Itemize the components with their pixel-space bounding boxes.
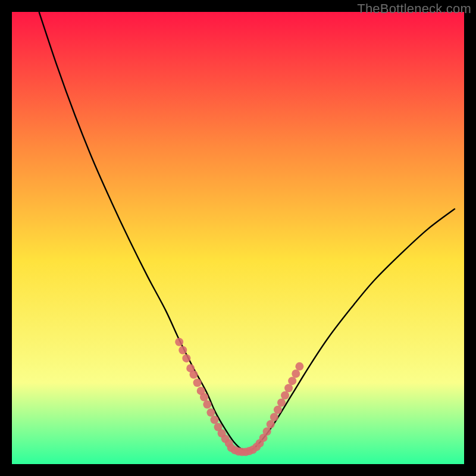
data-point	[203, 400, 211, 409]
watermark: TheBottleneck.com	[357, 1, 471, 17]
data-point	[190, 371, 198, 379]
data-point	[292, 369, 300, 378]
data-point	[206, 408, 215, 416]
chart-frame	[12, 12, 464, 464]
data-point	[200, 393, 208, 402]
data-point	[267, 420, 275, 428]
data-point	[270, 413, 278, 421]
chart-svg	[12, 12, 464, 464]
data-point	[182, 354, 190, 362]
data-point	[277, 399, 286, 407]
data-point	[193, 378, 202, 387]
data-point	[288, 377, 296, 385]
data-point	[175, 338, 183, 346]
data-point	[274, 406, 282, 414]
data-point	[178, 346, 187, 354]
data-point	[284, 384, 293, 392]
data-point	[263, 427, 271, 436]
data-point	[295, 362, 303, 371]
data-point	[281, 391, 289, 399]
data-point	[210, 416, 218, 424]
gradient-background	[12, 12, 464, 464]
